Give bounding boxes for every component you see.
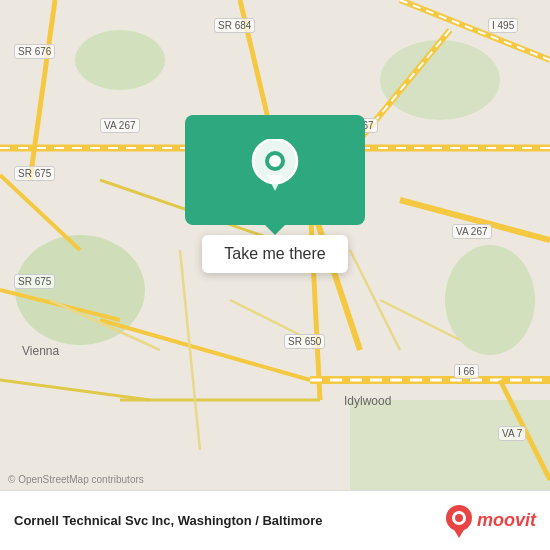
svg-point-1: [75, 30, 165, 90]
svg-line-26: [0, 380, 150, 400]
svg-line-9: [30, 0, 55, 180]
svg-point-39: [455, 514, 463, 522]
road-label-i495: I 495: [488, 18, 518, 33]
moovit-pin-icon: [445, 504, 473, 538]
town-label-idylwood: Idylwood: [344, 394, 391, 408]
popup-green-box: [185, 115, 365, 225]
popup-card: Take me there: [175, 115, 375, 273]
road-label-va267-3: VA 267: [452, 224, 492, 239]
road-label-va267-1: VA 267: [100, 118, 140, 133]
road-label-sr676: SR 676: [14, 44, 55, 59]
road-label-sr675-1: SR 675: [14, 166, 55, 181]
map-container: SR 676 SR 684 I 495 VA 267 VA 267 VA 267…: [0, 0, 550, 550]
road-label-va7: VA 7: [498, 426, 526, 441]
bottom-bar: Cornell Technical Svc Inc, Washington / …: [0, 490, 550, 550]
svg-point-2: [380, 40, 500, 120]
roads-svg: [0, 0, 550, 550]
take-me-there-button[interactable]: Take me there: [202, 235, 347, 273]
popup-connector: [265, 225, 285, 235]
copyright-text: © OpenStreetMap contributors: [8, 474, 144, 485]
moovit-text: moovit: [477, 510, 536, 531]
location-title: Cornell Technical Svc Inc, Washington / …: [14, 513, 445, 528]
road-label-sr684: SR 684: [214, 18, 255, 33]
svg-line-27: [180, 250, 200, 450]
svg-line-22: [100, 320, 310, 380]
road-label-sr675-2: SR 675: [14, 274, 55, 289]
road-label-i66: I 66: [454, 364, 479, 379]
svg-marker-40: [453, 528, 465, 538]
town-label-vienna: Vienna: [22, 344, 59, 358]
location-pin-icon: [249, 139, 301, 201]
svg-line-20: [0, 175, 80, 250]
svg-point-35: [269, 155, 281, 167]
moovit-logo: moovit: [445, 504, 536, 538]
road-label-sr650: SR 650: [284, 334, 325, 349]
